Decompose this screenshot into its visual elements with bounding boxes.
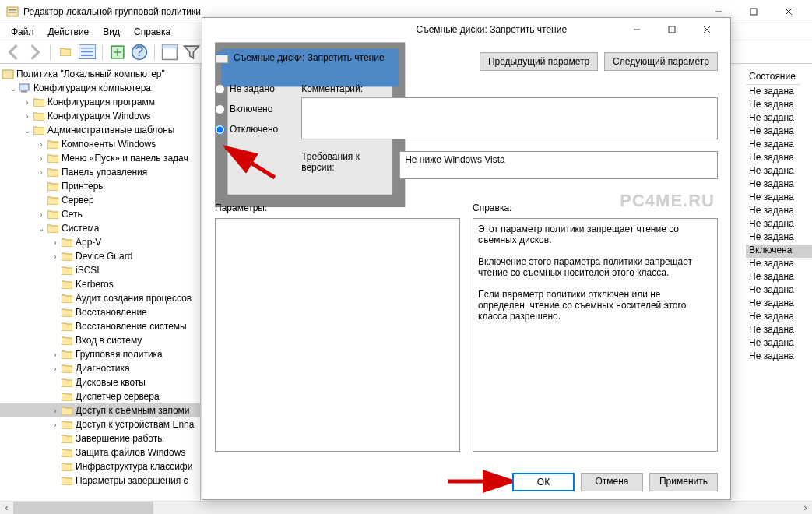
expander-icon[interactable]: › xyxy=(22,112,33,121)
state-value[interactable]: Не задана xyxy=(746,152,812,165)
ok-button[interactable]: ОК xyxy=(512,473,575,491)
expander-icon[interactable]: › xyxy=(36,140,47,149)
scroll-left-icon[interactable]: ‹ xyxy=(0,502,13,514)
tree-item[interactable]: Доступ к устройствам Enha xyxy=(76,419,194,430)
expander-icon[interactable]: ⌄ xyxy=(36,224,47,233)
tree-item[interactable]: Аудит создания процессов xyxy=(76,293,192,304)
tree-item[interactable]: App-V xyxy=(76,237,101,248)
tree-item[interactable]: Восстановление системы xyxy=(76,321,187,332)
tree-item[interactable]: Групповая политика xyxy=(76,349,163,360)
dialog-maximize-button[interactable] xyxy=(654,19,689,40)
radio-not-configured[interactable]: Не задано xyxy=(215,83,278,94)
tree-item[interactable]: Конфигурация программ xyxy=(47,97,155,107)
policy-dialog: Съемные диски: Запретить чтение Съемные … xyxy=(202,17,731,500)
state-value[interactable]: Не задана xyxy=(746,231,812,245)
tree-item[interactable]: Административные шаблоны xyxy=(47,125,174,136)
help-textarea[interactable]: Этот параметр политики запрещает чтение … xyxy=(473,218,718,452)
expander-icon[interactable]: › xyxy=(50,252,61,261)
main-maximize-button[interactable] xyxy=(736,1,771,23)
tree-item[interactable]: Восстановление xyxy=(76,307,147,318)
tree-item[interactable]: Доступ к съемным запоми xyxy=(76,405,190,416)
state-value[interactable]: Не задана xyxy=(746,284,812,297)
expander-icon[interactable]: › xyxy=(36,168,47,177)
expander-icon[interactable]: › xyxy=(50,407,61,415)
state-value[interactable]: Не задана xyxy=(746,192,812,205)
state-value[interactable]: Не задана xyxy=(746,86,812,99)
tree-item[interactable]: Меню «Пуск» и панель задач xyxy=(62,153,188,164)
tree-item[interactable]: Панель управления xyxy=(62,167,147,178)
tree-item[interactable]: Дисковые квоты xyxy=(76,377,146,388)
state-value[interactable]: Не задана xyxy=(746,99,812,112)
radio-disabled[interactable]: Отключено xyxy=(215,124,278,135)
tree-item[interactable]: Инфраструктура классифи xyxy=(76,461,192,472)
menu-view[interactable]: Вид xyxy=(97,25,126,39)
tree-cfg-computer[interactable]: Конфигурация компьютера xyxy=(33,83,151,93)
previous-setting-button[interactable]: Предыдущий параметр xyxy=(480,52,598,71)
apply-button[interactable]: Применить xyxy=(649,473,718,491)
tree-item[interactable]: Диагностика xyxy=(76,363,130,374)
toolbar-properties-icon[interactable] xyxy=(161,44,178,61)
tree-item[interactable]: Сеть xyxy=(62,209,83,220)
state-value[interactable]: Не задана xyxy=(746,125,812,139)
state-value[interactable]: Не задана xyxy=(746,311,812,324)
state-value[interactable]: Не задана xyxy=(746,112,812,125)
expander-icon[interactable]: ⌄ xyxy=(8,84,19,93)
tree-item[interactable]: Сервер xyxy=(62,195,94,206)
state-value[interactable]: Не задана xyxy=(746,218,812,231)
tree-item[interactable]: iSCSI xyxy=(76,265,100,276)
state-value[interactable]: Не задана xyxy=(746,324,812,337)
state-value[interactable]: Не задана xyxy=(746,271,812,284)
radio-enabled[interactable]: Включено xyxy=(215,104,278,114)
toolbar-export-icon[interactable] xyxy=(109,44,126,61)
tree-item[interactable]: Конфигурация Windows xyxy=(47,111,151,121)
expander-icon[interactable]: › xyxy=(36,154,47,163)
tree-item[interactable]: Защита файлов Windows xyxy=(76,447,185,458)
tree-item[interactable]: Компоненты Windows xyxy=(62,139,156,150)
tree-item[interactable]: Диспетчер сервера xyxy=(76,391,160,402)
expander-icon[interactable]: › xyxy=(50,364,61,373)
toolbar-help-icon[interactable]: ? xyxy=(131,44,148,61)
expander-icon[interactable]: ⌄ xyxy=(22,126,33,135)
state-value[interactable]: Не задана xyxy=(746,139,812,152)
cancel-button[interactable]: Отмена xyxy=(581,473,643,491)
toolbar-filter-icon[interactable] xyxy=(183,44,200,61)
state-value[interactable]: Не задана xyxy=(746,337,812,350)
tree-item[interactable]: Device Guard xyxy=(76,251,132,262)
tree-item[interactable]: Завершение работы xyxy=(76,433,164,444)
parameters-textarea[interactable] xyxy=(215,218,460,452)
tree-pane[interactable]: Политика "Локальный компьютер" ⌄Конфигур… xyxy=(0,64,201,514)
comment-textarea[interactable] xyxy=(301,97,718,139)
state-value[interactable]: Не задана xyxy=(746,297,812,311)
menu-help[interactable]: Справка xyxy=(128,25,177,39)
state-value[interactable]: Не задана xyxy=(746,165,812,178)
tree-item[interactable]: Параметры завершения с xyxy=(76,475,188,486)
expander-icon[interactable]: › xyxy=(50,350,61,359)
tree-item[interactable]: Kerberos xyxy=(76,279,114,290)
requirements-box: Не ниже Windows Vista xyxy=(399,151,718,179)
state-value[interactable]: Не задана xyxy=(746,350,812,364)
dialog-minimize-button[interactable] xyxy=(619,19,654,40)
toolbar-list-icon[interactable] xyxy=(79,44,96,61)
expander-icon[interactable]: › xyxy=(36,210,47,219)
state-value[interactable]: Не задана xyxy=(746,205,812,218)
menu-file[interactable]: Файл xyxy=(5,25,40,39)
tree-item[interactable]: Вход в систему xyxy=(76,335,142,346)
state-value[interactable]: Не задана xyxy=(746,178,812,192)
scroll-right-icon[interactable]: › xyxy=(799,502,812,514)
dialog-close-button[interactable] xyxy=(689,19,724,40)
next-setting-button[interactable]: Следующий параметр xyxy=(604,52,718,71)
tree-item[interactable]: Принтеры xyxy=(62,181,105,192)
column-header-state[interactable]: Состояние xyxy=(746,69,800,85)
state-value[interactable]: Не задана xyxy=(746,258,812,271)
horizontal-scrollbar[interactable]: ‹ › xyxy=(0,501,812,514)
annotation-arrow-icon xyxy=(444,472,522,493)
tree-root[interactable]: Политика "Локальный компьютер" xyxy=(16,69,165,79)
expander-icon[interactable]: › xyxy=(22,98,33,107)
menu-action[interactable]: Действие xyxy=(42,25,96,39)
main-close-button[interactable] xyxy=(771,1,806,23)
expander-icon[interactable]: › xyxy=(50,238,61,247)
state-value[interactable]: Включена xyxy=(746,245,812,258)
toolbar-folder-icon[interactable] xyxy=(57,44,74,61)
tree-item[interactable]: Система xyxy=(62,223,99,234)
expander-icon[interactable]: › xyxy=(50,421,61,429)
